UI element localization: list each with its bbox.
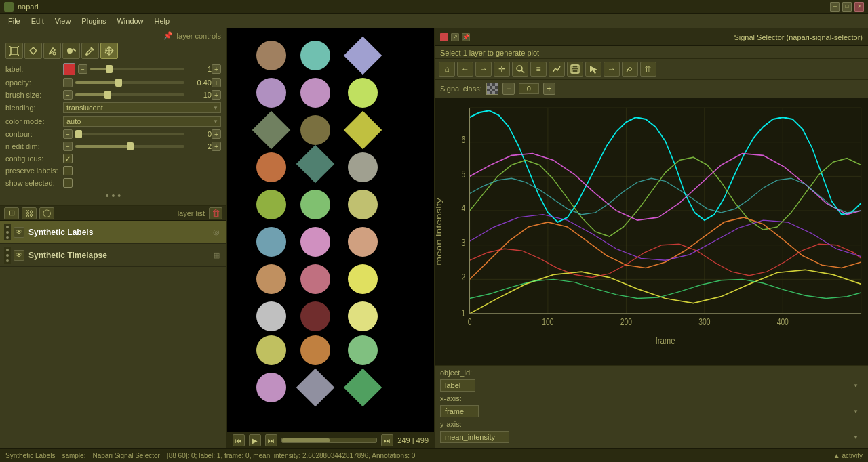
svg-text:6: 6	[462, 135, 466, 146]
y-axis-select-wrapper: mean_intensity	[440, 431, 863, 443]
layer-name-1: Synthetic Labels	[28, 228, 208, 237]
opacity-slider[interactable]	[75, 81, 184, 84]
signal-plot-button[interactable]	[549, 62, 565, 77]
object-id-select-row: label	[440, 379, 863, 392]
signal-forward-button[interactable]: →	[475, 62, 492, 77]
object-id-select[interactable]: label	[440, 379, 475, 392]
playback-prev-frame[interactable]: ⏮	[233, 434, 245, 446]
label-color-swatch[interactable]	[63, 63, 75, 75]
transform-tool[interactable]	[5, 43, 23, 59]
preserve-labels-checkbox[interactable]	[63, 166, 73, 175]
contour-slider[interactable]	[75, 133, 184, 135]
contour-plus[interactable]: +	[212, 129, 221, 139]
menu-view[interactable]: View	[50, 16, 77, 26]
signal-select-button[interactable]	[585, 62, 601, 77]
lasso-button[interactable]: ◯	[39, 207, 54, 219]
menu-plugins[interactable]: Plugins	[76, 16, 111, 26]
pin-icon[interactable]: 📌	[163, 31, 173, 40]
x-axis-select[interactable]: frame	[440, 405, 479, 417]
y-axis-row: y-axis:	[440, 420, 863, 428]
status-sample-label: sample:	[62, 452, 85, 459]
layer-item-synthetic-timelapse[interactable]: 👁 Synthetic Timelapse ▦	[0, 244, 226, 267]
shape-2-1	[348, 78, 378, 108]
signal-back-button[interactable]: ←	[457, 62, 473, 77]
shape-0-7	[256, 301, 286, 331]
playback-next-frame[interactable]: ⏭	[265, 434, 277, 446]
signal-configure-button[interactable]: ≡	[530, 62, 547, 77]
more-options[interactable]: • • •	[3, 190, 224, 201]
status-coordinates: [88 60]: 0; label: 1, frame: 0, mean_int…	[167, 452, 827, 459]
paint-tool[interactable]	[43, 43, 61, 59]
layer-visibility-2[interactable]: 👁	[14, 250, 24, 261]
contour-minus[interactable]: −	[63, 129, 73, 139]
eyedropper-tool[interactable]	[81, 43, 99, 59]
signal-select2-button[interactable]: ↔	[604, 62, 620, 77]
menu-edit[interactable]: Edit	[26, 16, 50, 26]
shape-0-3	[256, 152, 286, 182]
layer-item-synthetic-labels[interactable]: 👁 Synthetic Labels ◎	[0, 221, 226, 244]
brush-size-label: brush size:	[5, 91, 63, 99]
show-selected-checkbox[interactable]	[63, 178, 73, 188]
delete-layer-button[interactable]: 🗑	[209, 207, 222, 219]
signal-toolbar: ⌂ ← → ✛ ≡ ↔ 🗑	[435, 59, 868, 80]
svg-text:mean intensity: mean intensity	[435, 198, 443, 266]
y-axis-select[interactable]: mean_intensity	[440, 431, 509, 443]
maximize-button[interactable]: □	[842, 2, 852, 12]
shape-2-3	[348, 152, 378, 182]
playback-end[interactable]: ⏭	[381, 434, 393, 446]
progress-bar[interactable]	[281, 438, 377, 443]
layer-visibility-1[interactable]: 👁	[14, 227, 24, 238]
fill-tool[interactable]	[62, 43, 80, 59]
label-plus[interactable]: +	[212, 64, 221, 74]
signal-close-button[interactable]	[440, 33, 448, 41]
color-mode-select[interactable]: auto direct cycle	[63, 116, 221, 127]
menu-window[interactable]: Window	[111, 16, 149, 26]
tools-toolbar	[3, 43, 224, 59]
layer-type-icon-2: ▦	[210, 249, 222, 261]
signal-zoom-button[interactable]	[512, 62, 528, 77]
brush-slider[interactable]	[75, 93, 184, 96]
blending-label: blending:	[5, 104, 63, 112]
brush-plus[interactable]: +	[212, 90, 221, 100]
move-tool[interactable]	[100, 43, 118, 59]
playback-play[interactable]: ▶	[249, 434, 261, 446]
svg-text:100: 100	[542, 316, 553, 327]
close-button[interactable]: ✕	[854, 2, 864, 12]
signal-edit-button[interactable]	[622, 62, 638, 77]
canvas-area[interactable]: ⏮ ▶ ⏭ ⏭ 249 | 499	[227, 28, 434, 448]
blending-select[interactable]: translucent opaque additive minimum	[63, 102, 221, 113]
contour-control: contour: − 0 +	[3, 129, 224, 139]
signal-chart: 0 100 200 300 400 1 2 3 4 5 6 frame mea	[435, 98, 868, 365]
shape-1-5	[300, 227, 330, 257]
n-edit-dim-slider[interactable]	[75, 145, 184, 148]
menu-file[interactable]: File	[3, 16, 26, 26]
shape-2-6	[348, 264, 378, 294]
shape-0-5	[256, 227, 286, 257]
x-axis-row: x-axis:	[440, 394, 863, 402]
signal-float-button[interactable]: ↗	[451, 33, 459, 41]
erase-tool[interactable]	[24, 43, 42, 59]
brush-minus[interactable]: −	[63, 90, 73, 100]
signal-home-button[interactable]: ⌂	[439, 62, 455, 77]
signal-delete-button[interactable]: 🗑	[640, 62, 656, 77]
grid-button[interactable]: ⊞	[4, 207, 19, 219]
menu-help[interactable]: Help	[149, 16, 176, 26]
opacity-minus[interactable]: −	[63, 78, 73, 87]
signal-class-minus[interactable]: −	[502, 83, 515, 95]
linked-button[interactable]: ⛓	[22, 207, 37, 219]
opacity-plus[interactable]: +	[212, 78, 221, 87]
contiguous-checkbox[interactable]: ✓	[63, 154, 73, 163]
label-slider[interactable]	[90, 68, 184, 70]
shape-0-1	[256, 78, 286, 108]
signal-pin-button[interactable]: 📌	[462, 33, 470, 41]
signal-save-button[interactable]	[567, 62, 583, 77]
n-edit-dim-plus[interactable]: +	[212, 142, 221, 151]
n-edit-dim-minus[interactable]: −	[63, 142, 73, 151]
signal-pan-button[interactable]: ✛	[494, 62, 510, 77]
minimize-button[interactable]: ─	[830, 2, 840, 12]
signal-class-plus[interactable]: +	[543, 83, 555, 95]
signal-class-value[interactable]: 0	[519, 83, 539, 94]
status-activity[interactable]: ▲ activity	[833, 452, 863, 459]
color-mode-label: color mode:	[5, 117, 63, 125]
label-minus[interactable]: −	[78, 64, 87, 74]
